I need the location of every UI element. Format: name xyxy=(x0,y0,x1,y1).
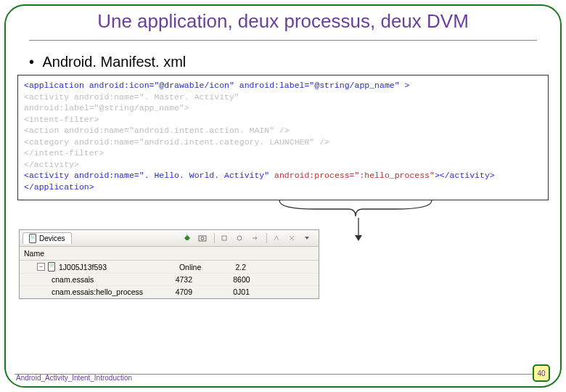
brace-container xyxy=(0,199,566,228)
phone-icon xyxy=(29,234,36,243)
phone-icon xyxy=(48,262,55,271)
page-number: 40 xyxy=(533,364,550,382)
footer-text: Android_Activity_Intent_Introduction xyxy=(16,374,132,382)
svg-marker-1 xyxy=(355,235,362,241)
slide-frame xyxy=(4,4,562,388)
arrow-down-icon xyxy=(354,218,363,245)
